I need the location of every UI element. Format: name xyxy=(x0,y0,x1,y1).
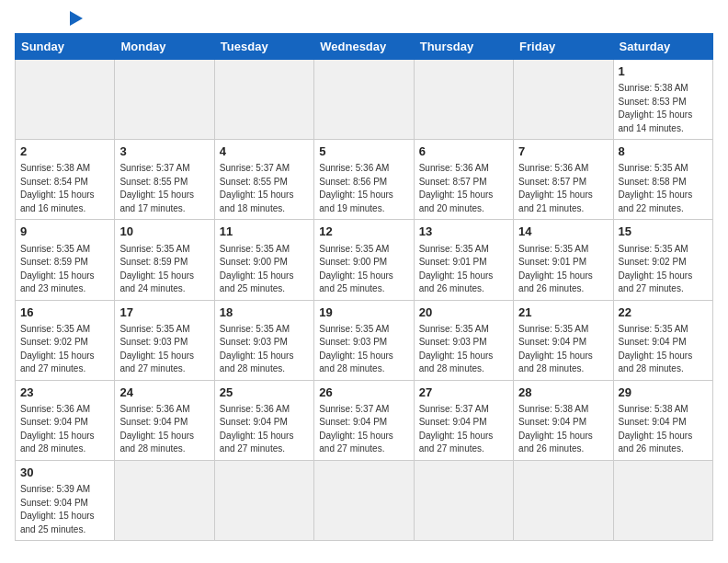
calendar-cell xyxy=(115,60,214,140)
day-info: Sunrise: 5:35 AMSunset: 9:02 PMDaylight:… xyxy=(20,323,109,376)
day-info: Sunrise: 5:36 AMSunset: 9:04 PMDaylight:… xyxy=(20,403,109,456)
logo xyxy=(15,15,83,26)
calendar-cell: 4Sunrise: 5:37 AMSunset: 8:55 PMDaylight… xyxy=(214,140,313,220)
calendar-cell xyxy=(414,60,513,140)
calendar-cell: 14Sunrise: 5:35 AMSunset: 9:01 PMDayligh… xyxy=(514,220,613,300)
calendar-cell xyxy=(613,460,712,540)
weekday-header-thursday: Thursday xyxy=(414,34,513,60)
day-info: Sunrise: 5:35 AMSunset: 9:01 PMDaylight:… xyxy=(419,243,508,296)
day-info: Sunrise: 5:37 AMSunset: 8:55 PMDaylight:… xyxy=(119,162,209,215)
day-info: Sunrise: 5:38 AMSunset: 9:04 PMDaylight:… xyxy=(619,403,708,456)
calendar-cell: 15Sunrise: 5:35 AMSunset: 9:02 PMDayligh… xyxy=(613,220,712,300)
calendar-cell: 7Sunrise: 5:36 AMSunset: 8:57 PMDaylight… xyxy=(514,140,613,220)
day-number: 18 xyxy=(220,304,309,321)
calendar-cell xyxy=(115,460,214,540)
day-number: 22 xyxy=(619,304,708,321)
calendar-cell xyxy=(16,60,115,140)
day-number: 21 xyxy=(518,304,608,321)
day-number: 12 xyxy=(319,224,408,240)
calendar-week-row: 23Sunrise: 5:36 AMSunset: 9:04 PMDayligh… xyxy=(16,380,713,460)
calendar-cell: 3Sunrise: 5:37 AMSunset: 8:55 PMDaylight… xyxy=(115,140,214,220)
day-number: 15 xyxy=(619,224,708,240)
day-info: Sunrise: 5:36 AMSunset: 8:56 PMDaylight:… xyxy=(319,162,408,215)
calendar-week-row: 2Sunrise: 5:38 AMSunset: 8:54 PMDaylight… xyxy=(16,140,713,220)
day-number: 3 xyxy=(119,144,209,160)
calendar-cell: 1Sunrise: 5:38 AMSunset: 8:53 PMDaylight… xyxy=(613,60,712,140)
logo-triangle-icon xyxy=(70,11,83,26)
day-number: 26 xyxy=(319,385,408,401)
day-info: Sunrise: 5:36 AMSunset: 8:57 PMDaylight:… xyxy=(518,162,608,215)
weekday-header-wednesday: Wednesday xyxy=(314,34,414,60)
weekday-header-friday: Friday xyxy=(514,34,613,60)
day-info: Sunrise: 5:35 AMSunset: 9:03 PMDaylight:… xyxy=(419,323,508,376)
day-info: Sunrise: 5:38 AMSunset: 8:53 PMDaylight:… xyxy=(619,82,708,135)
calendar-cell: 21Sunrise: 5:35 AMSunset: 9:04 PMDayligh… xyxy=(514,300,613,380)
calendar-cell: 10Sunrise: 5:35 AMSunset: 8:59 PMDayligh… xyxy=(115,220,214,300)
calendar-cell: 2Sunrise: 5:38 AMSunset: 8:54 PMDaylight… xyxy=(16,140,115,220)
day-number: 23 xyxy=(20,385,109,401)
calendar-cell: 20Sunrise: 5:35 AMSunset: 9:03 PMDayligh… xyxy=(414,300,513,380)
day-number: 13 xyxy=(419,224,508,240)
day-number: 20 xyxy=(419,304,508,321)
day-number: 5 xyxy=(319,144,408,160)
day-info: Sunrise: 5:35 AMSunset: 9:01 PMDaylight:… xyxy=(518,243,608,296)
day-number: 16 xyxy=(20,304,109,321)
day-number: 28 xyxy=(518,385,608,401)
day-info: Sunrise: 5:38 AMSunset: 8:54 PMDaylight:… xyxy=(20,162,109,215)
day-info: Sunrise: 5:35 AMSunset: 9:00 PMDaylight:… xyxy=(220,243,309,296)
calendar-cell: 12Sunrise: 5:35 AMSunset: 9:00 PMDayligh… xyxy=(314,220,414,300)
day-info: Sunrise: 5:35 AMSunset: 8:58 PMDaylight:… xyxy=(619,162,708,215)
day-info: Sunrise: 5:35 AMSunset: 8:59 PMDaylight:… xyxy=(20,243,109,296)
page-header xyxy=(15,15,713,26)
day-number: 8 xyxy=(619,144,708,160)
day-number: 27 xyxy=(419,385,508,401)
day-number: 14 xyxy=(518,224,608,240)
calendar-cell: 24Sunrise: 5:36 AMSunset: 9:04 PMDayligh… xyxy=(115,380,214,460)
calendar-body: 1Sunrise: 5:38 AMSunset: 8:53 PMDaylight… xyxy=(16,60,713,541)
weekday-header-sunday: Sunday xyxy=(16,34,115,60)
day-info: Sunrise: 5:38 AMSunset: 9:04 PMDaylight:… xyxy=(518,403,608,456)
day-number: 1 xyxy=(619,63,708,80)
calendar-week-row: 16Sunrise: 5:35 AMSunset: 9:02 PMDayligh… xyxy=(16,300,713,380)
day-info: Sunrise: 5:35 AMSunset: 9:03 PMDaylight:… xyxy=(119,323,209,376)
day-number: 30 xyxy=(20,465,109,481)
calendar-cell: 26Sunrise: 5:37 AMSunset: 9:04 PMDayligh… xyxy=(314,380,414,460)
calendar-cell: 30Sunrise: 5:39 AMSunset: 9:04 PMDayligh… xyxy=(16,460,115,540)
day-number: 11 xyxy=(220,224,309,240)
day-info: Sunrise: 5:37 AMSunset: 9:04 PMDaylight:… xyxy=(319,403,408,456)
day-number: 25 xyxy=(220,385,309,401)
calendar-cell: 29Sunrise: 5:38 AMSunset: 9:04 PMDayligh… xyxy=(613,380,712,460)
day-number: 19 xyxy=(319,304,408,321)
calendar-cell xyxy=(514,460,613,540)
day-info: Sunrise: 5:37 AMSunset: 8:55 PMDaylight:… xyxy=(220,162,309,215)
calendar-cell: 16Sunrise: 5:35 AMSunset: 9:02 PMDayligh… xyxy=(16,300,115,380)
calendar-cell: 8Sunrise: 5:35 AMSunset: 8:58 PMDaylight… xyxy=(613,140,712,220)
day-info: Sunrise: 5:36 AMSunset: 9:04 PMDaylight:… xyxy=(119,403,209,456)
calendar-cell xyxy=(514,60,613,140)
day-info: Sunrise: 5:36 AMSunset: 8:57 PMDaylight:… xyxy=(419,162,508,215)
calendar-week-row: 9Sunrise: 5:35 AMSunset: 8:59 PMDaylight… xyxy=(16,220,713,300)
weekday-header-tuesday: Tuesday xyxy=(214,34,313,60)
calendar-cell: 11Sunrise: 5:35 AMSunset: 9:00 PMDayligh… xyxy=(214,220,313,300)
calendar-header: SundayMondayTuesdayWednesdayThursdayFrid… xyxy=(16,34,713,60)
weekday-header-row: SundayMondayTuesdayWednesdayThursdayFrid… xyxy=(16,34,713,60)
calendar-cell: 19Sunrise: 5:35 AMSunset: 9:03 PMDayligh… xyxy=(314,300,414,380)
day-number: 10 xyxy=(119,224,209,240)
day-number: 29 xyxy=(619,385,708,401)
day-info: Sunrise: 5:35 AMSunset: 9:02 PMDaylight:… xyxy=(619,243,708,296)
day-info: Sunrise: 5:36 AMSunset: 9:04 PMDaylight:… xyxy=(220,403,309,456)
day-number: 2 xyxy=(20,144,109,160)
calendar-cell: 27Sunrise: 5:37 AMSunset: 9:04 PMDayligh… xyxy=(414,380,513,460)
day-info: Sunrise: 5:37 AMSunset: 9:04 PMDaylight:… xyxy=(419,403,508,456)
calendar-week-row: 1Sunrise: 5:38 AMSunset: 8:53 PMDaylight… xyxy=(16,60,713,140)
day-number: 4 xyxy=(220,144,309,160)
calendar-week-row: 30Sunrise: 5:39 AMSunset: 9:04 PMDayligh… xyxy=(16,460,713,540)
day-number: 17 xyxy=(119,304,209,321)
calendar-cell xyxy=(414,460,513,540)
calendar-cell xyxy=(314,460,414,540)
calendar-cell: 13Sunrise: 5:35 AMSunset: 9:01 PMDayligh… xyxy=(414,220,513,300)
calendar-cell: 25Sunrise: 5:36 AMSunset: 9:04 PMDayligh… xyxy=(214,380,313,460)
day-info: Sunrise: 5:35 AMSunset: 8:59 PMDaylight:… xyxy=(119,243,209,296)
calendar-cell: 5Sunrise: 5:36 AMSunset: 8:56 PMDaylight… xyxy=(314,140,414,220)
calendar-cell: 23Sunrise: 5:36 AMSunset: 9:04 PMDayligh… xyxy=(16,380,115,460)
